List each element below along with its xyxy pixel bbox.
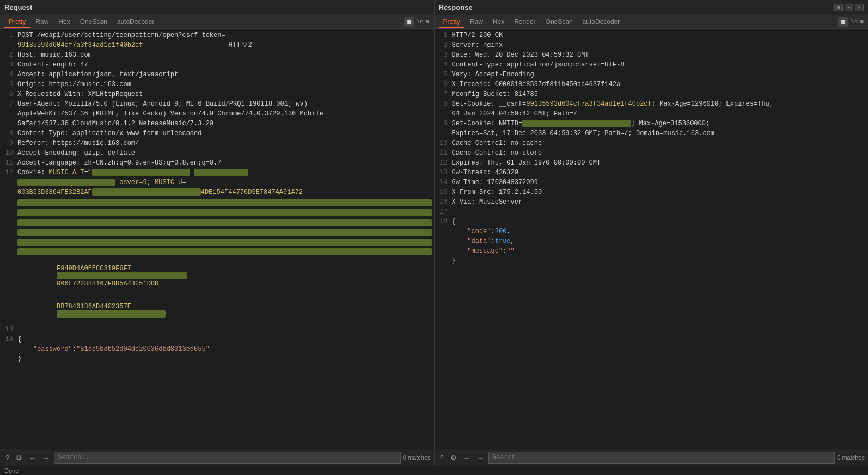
request-line-4: 4 Accept: application/json, text/javascr… xyxy=(0,71,434,81)
request-tabs-bar: Pretty Raw Hex OneScan autoDecoder ≣ \n … xyxy=(0,15,434,29)
request-line-6: 6 X-Requested-With: XMLHttpRequest xyxy=(0,90,434,100)
request-line-hex2: BB7846136AD4402357E xyxy=(0,295,434,326)
response-panel: Response ⊞ − ✕ Pretty Raw Hex Render One… xyxy=(435,0,869,466)
response-wrap-icon[interactable]: \n xyxy=(851,19,858,25)
request-line-10: 10 Accept-Encoding: gzip, deflate xyxy=(0,149,434,159)
request-line-blur1 xyxy=(0,198,434,208)
response-header: Response ⊞ − ✕ xyxy=(435,0,869,15)
request-help-icon[interactable]: ? xyxy=(3,453,11,463)
request-line-hex1: F949D4A0EECC319F6F7 066E722888167FBD5A43… xyxy=(0,257,434,295)
request-line-blur2 xyxy=(0,208,434,218)
request-matches: 0 matches xyxy=(403,454,431,461)
request-line-9: 9 Referer: https://music.163.com/ xyxy=(0,139,434,149)
request-next-icon[interactable]: → xyxy=(40,453,52,463)
request-line-2: 2 Host: music.163.com xyxy=(0,51,434,61)
tab-request-hex[interactable]: Hex xyxy=(54,16,74,28)
tab-response-hex[interactable]: Hex xyxy=(488,16,509,28)
response-line-11: 11 Cache-Control: no-store xyxy=(435,149,869,159)
response-menu-icon[interactable]: ≡ xyxy=(860,19,864,25)
request-prev-icon[interactable]: ← xyxy=(27,453,38,463)
request-search-bar: ? ⚙ ← → 0 matches xyxy=(0,449,434,466)
tab-request-raw[interactable]: Raw xyxy=(31,16,53,28)
response-prev-icon[interactable]: ← xyxy=(461,453,473,463)
response-line-9: 9 Set-Cookie: NMTID=; Max-Age=315360000; xyxy=(435,120,869,130)
request-line-3: 3 Content-Length: 47 xyxy=(0,61,434,71)
response-line-1: 1 HTTP/2 200 OK xyxy=(435,32,869,41)
request-title: Request xyxy=(4,2,32,13)
response-line-3: 3 Date: Wed, 20 Dec 2023 04:59:32 GMT xyxy=(435,51,869,61)
response-line-12: 12 Expires: Thu, 01 Jan 1970 00:00:00 GM… xyxy=(435,159,869,169)
tab-response-render[interactable]: Render xyxy=(510,16,540,28)
response-line-13: 13 Gw-Thread: 436320 xyxy=(435,169,869,179)
response-gear-icon[interactable]: ⚙ xyxy=(448,453,459,463)
request-line-5: 5 Origin: https://music.163.com xyxy=(0,81,434,90)
response-title: Response xyxy=(439,2,473,13)
response-line-8b: 04 Jan 2024 04:59:42 GMT; Path=/ xyxy=(435,110,869,120)
tab-response-raw[interactable]: Raw xyxy=(466,16,487,28)
tab-response-autodecoder[interactable]: autoDecoder xyxy=(578,16,625,28)
response-line-14: 14 Gw-Time: 1703048372099 xyxy=(435,179,869,188)
request-menu-icon[interactable]: ≡ xyxy=(426,19,430,25)
request-line-blur5 xyxy=(0,238,434,247)
status-bar: Done xyxy=(0,466,868,475)
request-line-11: 11 Accept-Language: zh-CN,zh;q=0.9,en-US… xyxy=(0,159,434,169)
tab-response-onescan[interactable]: OneScan xyxy=(541,16,577,28)
tab-response-pretty[interactable]: Pretty xyxy=(439,16,464,28)
request-line-blur3 xyxy=(0,218,434,228)
response-next-icon[interactable]: → xyxy=(475,453,486,463)
response-matches: 0 matches xyxy=(837,454,865,461)
window-close-icon[interactable]: ✕ xyxy=(855,4,864,11)
response-line-8: 8 Set-Cookie: __csrf=99135593d604cf7a3f3… xyxy=(435,100,869,110)
tab-request-pretty[interactable]: Pretty xyxy=(4,16,30,28)
response-line-9b: Expires=Sat, 17 Dec 2033 04:59:32 GMT; P… xyxy=(435,130,869,139)
request-line-7b: AppleWebKit/537.36 (KHTML, like Gecko) V… xyxy=(0,110,434,120)
request-tab-icons: ≣ \n ≡ xyxy=(404,17,430,27)
response-json-data: "data":true, xyxy=(435,238,869,247)
request-line-12: 12 Cookie: MUSIC_A_T=1 xyxy=(0,169,434,179)
request-line-blur4 xyxy=(0,228,434,238)
response-line-17: 17 xyxy=(435,208,869,218)
response-json-message: "message":"" xyxy=(435,247,869,257)
request-line-password: "password":"81dc9bdb52d04dc20036dbd8313e… xyxy=(0,345,434,355)
request-line-13: 13 xyxy=(0,326,434,336)
status-text: Done xyxy=(4,467,19,474)
response-tab-icons: ≣ \n ≡ xyxy=(838,17,864,27)
request-line-8: 8 Content-Type: application/x-www-form-u… xyxy=(0,130,434,139)
response-line-16: 16 X-Via: MusicServer xyxy=(435,198,869,208)
response-search-bar: ? ⚙ ← → 0 matches xyxy=(435,449,869,466)
response-line-15: 15 X-From-Src: 175.2.14.50 xyxy=(435,188,869,198)
request-content: 1 POST /weapi/user/setting/teenpattern/o… xyxy=(0,29,434,449)
response-json-code: "code":200, xyxy=(435,228,869,238)
response-line-6: 6 X-Traceid: 0000018c8597df811b450aa4637… xyxy=(435,81,869,90)
request-line-12c: 003B53D3864FE32B2AF4DE154F44776D5E7847AA… xyxy=(0,188,434,198)
response-line-10: 10 Cache-Control: no-cache xyxy=(435,139,869,149)
response-line-2: 2 Server: nginx xyxy=(435,41,869,51)
response-line-18: 18 { xyxy=(435,218,869,228)
request-line-close: } xyxy=(0,355,434,365)
window-min-icon[interactable]: − xyxy=(845,4,853,11)
tab-request-autodecoder[interactable]: autoDecoder xyxy=(113,16,159,28)
response-list-icon[interactable]: ≣ xyxy=(838,17,848,27)
request-panel: Request Pretty Raw Hex OneScan autoDecod… xyxy=(0,0,435,466)
window-grid-icon[interactable]: ⊞ xyxy=(834,4,843,11)
request-header: Request xyxy=(0,0,434,15)
response-line-4: 4 Content-Type: application/json;charset… xyxy=(435,61,869,71)
request-line-14: 14 { xyxy=(0,336,434,345)
request-line-1b: 99135593d604cf7a3f34ad1e1f40b2cf HTTP/2 xyxy=(0,41,434,51)
response-help-icon[interactable]: ? xyxy=(438,453,446,463)
response-json-close: } xyxy=(435,257,869,267)
response-line-5: 5 Vary: Accept-Encoding xyxy=(435,71,869,81)
request-line-12b: osver=9; MUSIC_U= xyxy=(0,179,434,188)
response-search-input[interactable] xyxy=(488,452,835,464)
response-line-7: 7 Mconfig-Bucket: 814785 xyxy=(435,90,869,100)
request-line-1: 1 POST /weapi/user/setting/teenpattern/o… xyxy=(0,32,434,41)
tab-request-onescan[interactable]: OneScan xyxy=(76,16,112,28)
request-wrap-icon[interactable]: \n xyxy=(417,19,424,25)
response-tabs-bar: Pretty Raw Hex Render OneScan autoDecode… xyxy=(435,15,869,29)
response-content: 1 HTTP/2 200 OK 2 Server: nginx 3 Date: … xyxy=(435,29,869,449)
request-search-input[interactable] xyxy=(54,452,401,464)
request-line-7: 7 User-Agent: Mozilla/5.0 (Linux; Androi… xyxy=(0,100,434,110)
request-gear-icon[interactable]: ⚙ xyxy=(14,453,25,463)
request-line-7c: Safari/537.36 CloudMusic/0.1.2 NeteaseMu… xyxy=(0,120,434,130)
request-list-icon[interactable]: ≣ xyxy=(404,17,414,27)
